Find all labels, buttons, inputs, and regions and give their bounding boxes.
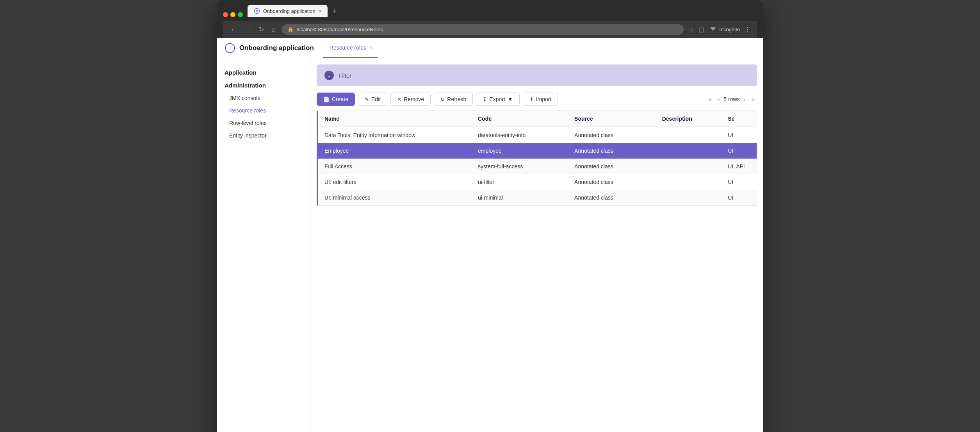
remove-button[interactable]: ✕ Remove	[390, 93, 431, 106]
home-button[interactable]: ⌂	[270, 25, 277, 35]
resource-roles-tab[interactable]: Resource roles ×	[323, 38, 378, 58]
row-code: system-full-access	[472, 159, 568, 174]
col-header-source[interactable]: Source	[568, 111, 656, 127]
app-logo: Onboarding application	[225, 43, 314, 54]
sidebar-item-entity-inspector[interactable]: Entity inspector	[217, 129, 310, 142]
row-source: Annotated class	[568, 174, 656, 190]
row-code: ui-minimal	[472, 190, 568, 205]
app-header: Onboarding application Resource roles ×	[217, 38, 763, 58]
row-sc: UI	[722, 143, 757, 159]
tab-title: Onboarding application	[263, 8, 315, 14]
tab-close-button[interactable]: ×	[369, 45, 372, 50]
sidebar-item-row-level-roles[interactable]: Row-level roles	[217, 117, 310, 129]
first-page-button[interactable]: «	[706, 95, 714, 104]
sidebar-section-administration[interactable]: Administration	[217, 79, 310, 92]
table-row[interactable]: Data Tools: Entity Information window da…	[318, 127, 757, 143]
edit-icon: ✎	[365, 96, 369, 102]
next-page-button[interactable]: ›	[741, 95, 748, 104]
create-button[interactable]: 📄 Create	[317, 93, 355, 106]
split-view-button[interactable]: ▢	[698, 26, 704, 33]
row-sc: UI	[722, 174, 757, 190]
row-name: Employee	[318, 143, 472, 159]
col-header-code[interactable]: Code	[472, 111, 568, 127]
app-logo-icon	[225, 43, 235, 54]
row-source: Annotated class	[568, 190, 656, 205]
row-source: Annotated class	[568, 159, 656, 174]
row-name: UI: edit filters	[318, 174, 472, 190]
row-name: Data Tools: Entity Information window	[318, 127, 472, 143]
row-description	[656, 143, 722, 159]
export-dropdown-icon[interactable]: ▼	[508, 96, 513, 102]
resource-roles-table: Name Code Source Description Sc Data Too…	[318, 111, 757, 205]
export-icon: ↧	[483, 96, 487, 102]
row-description	[656, 159, 722, 174]
refresh-button[interactable]: ↻ Refresh	[434, 93, 473, 106]
incognito-label: Incognito	[719, 27, 740, 32]
row-source: Annotated class	[568, 127, 656, 143]
col-header-name[interactable]: Name	[318, 111, 472, 127]
minimize-button[interactable]	[230, 12, 235, 17]
sidebar-item-jmx[interactable]: JMX console	[217, 92, 310, 104]
row-sc: UI	[722, 127, 757, 143]
sidebar-section-application[interactable]: Application	[217, 66, 310, 79]
address-bar[interactable]: 🔒 localhost:8080/#main/0/resourceRoles	[282, 24, 684, 35]
refresh-icon: ↻	[440, 96, 445, 102]
remove-icon: ✕	[397, 96, 401, 102]
traffic-lights	[223, 12, 243, 17]
sidebar-item-resource-roles[interactable]: Resource roles	[217, 104, 310, 117]
reload-button[interactable]: ↻	[257, 24, 265, 35]
filter-bar[interactable]: ⌄ Filter	[317, 64, 757, 86]
close-button[interactable]	[223, 12, 228, 17]
menu-button[interactable]: ⋮	[745, 26, 751, 33]
row-code: datatools-entity-info	[472, 127, 568, 143]
back-button[interactable]: ←	[229, 25, 239, 35]
filter-label: Filter	[339, 72, 351, 79]
app-wrapper: Onboarding application Resource roles × …	[217, 38, 763, 432]
table-row[interactable]: UI: edit filters ui-filter Annotated cla…	[318, 174, 757, 190]
incognito-area: Incognito	[709, 26, 740, 34]
sidebar: Application Administration JMX console R…	[217, 58, 310, 432]
main-content: ⌄ Filter 📄 Create ✎ Edit ✕ Remove	[310, 58, 763, 432]
tab-label: Resource roles	[330, 45, 366, 51]
tab-close-icon[interactable]: ×	[319, 8, 321, 14]
browser-window: Onboarding application × + ← → ↻ ⌂ 🔒 loc…	[217, 0, 763, 432]
lock-icon: 🔒	[287, 27, 294, 32]
filter-collapse-icon[interactable]: ⌄	[324, 71, 334, 80]
row-name: UI: minimal access	[318, 190, 472, 205]
table-row[interactable]: UI: minimal access ui-minimal Annotated …	[318, 190, 757, 205]
browser-addressbar: ← → ↻ ⌂ 🔒 localhost:8080/#main/0/resourc…	[223, 21, 757, 38]
row-code: employee	[472, 143, 568, 159]
table-row[interactable]: Full Access system-full-access Annotated…	[318, 159, 757, 174]
svg-rect-3	[711, 27, 716, 29]
tab-favicon	[254, 8, 260, 14]
export-button[interactable]: ↧ Export ▼	[476, 93, 519, 106]
new-tab-button[interactable]: +	[329, 6, 340, 17]
import-button[interactable]: ↥ Import	[523, 93, 558, 106]
row-source: Annotated class	[568, 143, 656, 159]
url-text: localhost:8080/#main/0/resourceRoles	[297, 27, 383, 32]
col-header-sc[interactable]: Sc	[722, 111, 757, 127]
row-description	[656, 127, 722, 143]
toolbar: 📄 Create ✎ Edit ✕ Remove ↻ Refresh	[310, 93, 763, 111]
create-icon: 📄	[323, 96, 330, 102]
row-description	[656, 174, 722, 190]
table-row[interactable]: Employee employee Annotated class UI	[318, 143, 757, 159]
last-page-button[interactable]: »	[749, 95, 757, 104]
maximize-button[interactable]	[238, 12, 243, 17]
edit-button[interactable]: ✎ Edit	[358, 93, 387, 106]
row-name: Full Access	[318, 159, 472, 174]
data-table: Name Code Source Description Sc Data Too…	[317, 111, 757, 206]
prev-page-button[interactable]: ‹	[716, 95, 722, 104]
row-sc: UI	[722, 190, 757, 205]
browser-tab[interactable]: Onboarding application ×	[248, 5, 328, 17]
app-tabs: Resource roles ×	[323, 38, 378, 58]
pagination: « ‹ 5 rows › »	[706, 95, 757, 104]
forward-button[interactable]: →	[243, 25, 253, 35]
svg-point-5	[229, 47, 231, 49]
browser-tab-bar: Onboarding application × +	[223, 5, 757, 17]
bookmark-button[interactable]: ☆	[688, 26, 694, 33]
rows-count: 5 rows	[723, 96, 739, 102]
browser-actions: ☆ ▢ Incognito ⋮	[688, 26, 751, 34]
import-icon: ↥	[529, 96, 534, 102]
col-header-description[interactable]: Description	[656, 111, 722, 127]
